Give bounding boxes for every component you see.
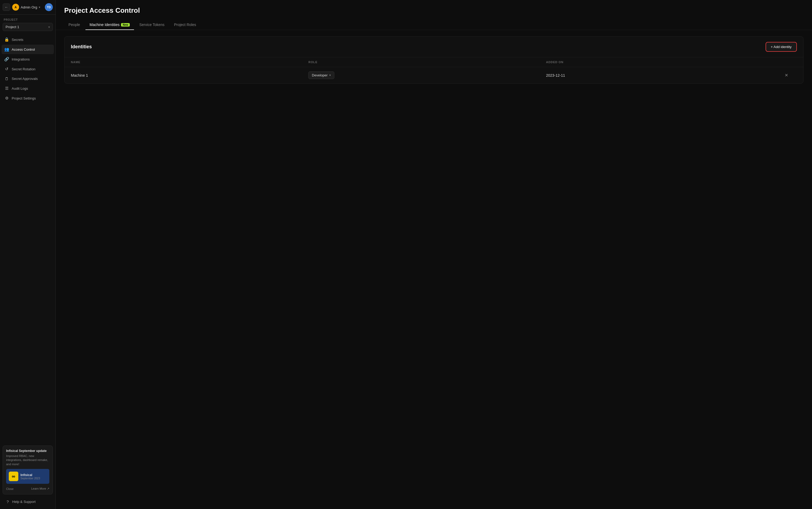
help-support-item[interactable]: ? Help & Support — [3, 497, 53, 506]
sidebar-item-project-settings[interactable]: ⚙ Project Settings — [2, 93, 54, 103]
logs-icon: ☰ — [4, 86, 9, 91]
help-icon: ? — [5, 500, 10, 504]
learn-more-button[interactable]: Learn More ↗ — [31, 486, 49, 491]
tab-machine-identities[interactable]: Machine Identities New — [85, 20, 134, 30]
update-card-description: Improved RBAC, new integrations, dashboa… — [6, 454, 49, 466]
sidebar: ← A Admin Org ▾ TD PROJECT Project 1 ▾ 🔒… — [0, 0, 56, 509]
approvals-icon: 🗒 — [4, 76, 9, 81]
sidebar-item-access-control[interactable]: 👥 Access Control — [2, 44, 54, 54]
org-name: Admin Org — [21, 5, 37, 9]
sidebar-item-label: Project Settings — [12, 96, 36, 100]
sidebar-item-label: Secret Rotation — [12, 67, 36, 71]
tab-machine-identities-label: Machine Identities — [90, 23, 120, 27]
main-body: Identities + Add identity NAME ROLE ADDE… — [56, 30, 812, 90]
integrations-icon: 🔗 — [4, 57, 9, 62]
sidebar-item-secrets[interactable]: 🔒 Secrets — [2, 35, 54, 44]
tab-service-tokens[interactable]: Service Tokens — [135, 20, 169, 30]
help-support-label: Help & Support — [12, 500, 36, 504]
tab-project-roles[interactable]: Project Roles — [170, 20, 200, 30]
user-avatar[interactable]: TD — [45, 3, 53, 11]
org-avatar: A — [12, 4, 19, 11]
table-row: Machine 1 Developer ▾ 2023-12-11 ✕ — [65, 67, 803, 83]
project-selector[interactable]: Project 1 ▾ — [3, 23, 53, 31]
col-actions-header — [784, 61, 797, 64]
tab-people[interactable]: People — [64, 20, 84, 30]
role-select[interactable]: Developer ▾ — [308, 71, 334, 79]
table-header: NAME ROLE ADDED ON — [65, 57, 803, 67]
settings-icon: ⚙ — [4, 96, 9, 101]
identity-added-on: 2023-12-11 — [546, 73, 784, 77]
update-card-banner-text: Infisical September 2023 — [21, 473, 40, 480]
update-card-actions: Close Learn More ↗ — [6, 486, 49, 491]
project-dropdown-icon: ▾ — [48, 25, 50, 29]
identity-role-cell: Developer ▾ — [308, 71, 546, 79]
tab-project-roles-label: Project Roles — [174, 23, 196, 27]
project-label: PROJECT — [0, 14, 56, 23]
sidebar-item-integrations[interactable]: 🔗 Integrations — [2, 55, 54, 64]
main-header: Project Access Control People Machine Id… — [56, 0, 812, 30]
remove-identity-button[interactable]: ✕ — [784, 72, 789, 79]
role-value: Developer — [312, 73, 327, 77]
infisical-logo-icon: ∞ — [9, 472, 18, 481]
sidebar-item-secret-approvals[interactable]: 🗒 Secret Approvals — [2, 74, 54, 83]
sidebar-item-label: Audit Logs — [12, 87, 28, 91]
identity-name: Machine 1 — [71, 73, 308, 77]
identities-card-header: Identities + Add identity — [65, 37, 803, 57]
sidebar-item-audit-logs[interactable]: ☰ Audit Logs — [2, 83, 54, 93]
update-card-title: Infisical September update — [6, 449, 49, 453]
sidebar-item-label: Access Control — [12, 47, 35, 52]
update-banner-date: September 2023 — [21, 477, 40, 480]
sidebar-item-label: Secret Approvals — [12, 77, 38, 81]
identities-card-title: Identities — [71, 44, 92, 49]
org-selector[interactable]: A Admin Org ▾ — [12, 4, 43, 11]
tab-bar: People Machine Identities New Service To… — [64, 20, 804, 30]
sidebar-item-secret-rotation[interactable]: ↺ Secret Rotation — [2, 64, 54, 74]
col-role-header: ROLE — [308, 61, 546, 64]
identity-remove-cell: ✕ — [784, 72, 797, 79]
rotation-icon: ↺ — [4, 67, 9, 71]
tab-service-tokens-label: Service Tokens — [139, 23, 165, 27]
col-name-header: NAME — [71, 61, 308, 64]
people-icon: 👥 — [4, 47, 9, 52]
update-card-banner: ∞ Infisical September 2023 — [6, 469, 49, 484]
main-content: Project Access Control People Machine Id… — [56, 0, 812, 509]
update-card: Infisical September update Improved RBAC… — [3, 446, 53, 495]
new-badge: New — [121, 23, 130, 27]
role-dropdown-icon: ▾ — [329, 73, 331, 77]
identities-card: Identities + Add identity NAME ROLE ADDE… — [64, 36, 804, 83]
sidebar-item-label: Secrets — [12, 38, 23, 42]
chevron-down-icon: ▾ — [39, 6, 40, 9]
project-name: Project 1 — [6, 25, 19, 29]
close-update-button[interactable]: Close — [6, 486, 13, 491]
tab-people-label: People — [68, 23, 80, 27]
back-button[interactable]: ← — [3, 3, 10, 11]
lock-icon: 🔒 — [4, 37, 9, 42]
col-added-on-header: ADDED ON — [546, 61, 784, 64]
sidebar-item-label: Integrations — [12, 57, 30, 61]
add-identity-button[interactable]: + Add identity — [766, 42, 797, 52]
sidebar-top: ← A Admin Org ▾ TD — [0, 0, 56, 14]
sidebar-bottom: Infisical September update Improved RBAC… — [0, 443, 56, 509]
page-title: Project Access Control — [64, 6, 804, 14]
logo-symbol: ∞ — [12, 474, 15, 479]
update-banner-name: Infisical — [21, 473, 40, 477]
nav-menu: 🔒 Secrets 👥 Access Control 🔗 Integration… — [0, 35, 56, 103]
